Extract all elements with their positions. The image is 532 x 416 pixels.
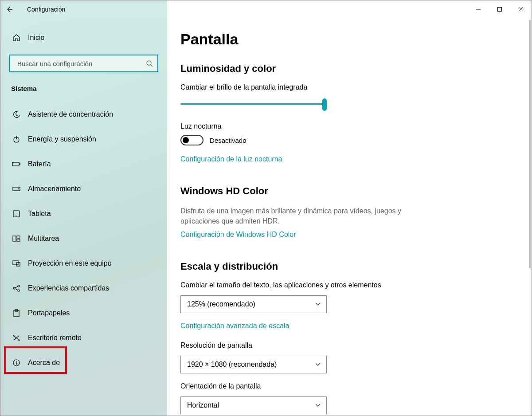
window-controls (468, 0, 532, 18)
back-button[interactable] (0, 0, 18, 18)
scale-value: 125% (recomendado) (187, 300, 255, 308)
search-icon (145, 60, 154, 67)
svg-point-14 (18, 285, 20, 287)
svg-point-21 (16, 361, 17, 362)
orientation-value: Horizontal (187, 401, 219, 409)
sidebar-item-label: Asistente de concentración (28, 110, 113, 118)
sidebar-item-label: Multitarea (28, 235, 59, 243)
sidebar-item-label: Escritorio remoto (28, 334, 82, 342)
section-brightness-color: Luminosidad y color (180, 63, 509, 75)
svg-rect-9 (17, 236, 20, 238)
night-light-state: Desactivado (210, 137, 246, 144)
page-title: Pantalla (180, 31, 509, 48)
arrow-left-icon (6, 6, 13, 13)
svg-rect-0 (498, 8, 502, 12)
night-light-label: Luz nocturna (180, 122, 509, 130)
close-button[interactable] (510, 0, 532, 18)
svg-point-19 (19, 340, 20, 341)
svg-point-1 (147, 61, 151, 65)
search-input[interactable] (16, 59, 145, 68)
home-icon (11, 34, 22, 42)
svg-rect-4 (20, 163, 20, 165)
advanced-scale-link[interactable]: Configuración avanzada de escala (180, 322, 509, 330)
scale-label: Cambiar el tamaño del texto, las aplicac… (180, 281, 509, 289)
info-icon (11, 359, 22, 367)
svg-rect-8 (13, 236, 16, 241)
chevron-down-icon (315, 302, 321, 306)
scale-select[interactable]: 125% (recomendado) (180, 295, 327, 313)
sidebar-item-remote-desktop[interactable]: Escritorio remoto (9, 326, 158, 350)
projection-icon (11, 260, 22, 267)
sidebar-item-label: Acerca de (28, 359, 60, 367)
sidebar-item-shared-experiences[interactable]: Experiencias compartidas (9, 276, 158, 301)
window-body: Inicio Sistema Asistente de concentració… (0, 18, 532, 416)
sidebar-item-battery[interactable]: Batería (9, 152, 158, 177)
sidebar-item-storage[interactable]: Almacenamiento (9, 177, 158, 201)
sidebar-item-label: Portapapeles (28, 309, 70, 317)
main-content: Pantalla Luminosidad y color Cambiar el … (167, 18, 532, 416)
moon-icon (11, 110, 22, 118)
sidebar-item-multitask[interactable]: Multitarea (9, 226, 158, 251)
sidebar: Inicio Sistema Asistente de concentració… (0, 18, 167, 416)
share-icon (11, 284, 22, 292)
sidebar-nav: Asistente de concentración Energía y sus… (9, 102, 158, 375)
night-light-toggle-row: Desactivado (180, 135, 509, 145)
svg-point-13 (13, 287, 15, 289)
settings-window: Configuración Inicio (0, 0, 532, 416)
window-title: Configuración (27, 6, 65, 13)
sidebar-item-label: Energía y suspensión (28, 135, 96, 143)
svg-point-6 (18, 188, 19, 189)
sidebar-category: Sistema (9, 85, 158, 92)
toggle-knob (183, 137, 189, 143)
remote-desktop-icon (11, 334, 22, 341)
sidebar-item-tablet[interactable]: Tableta (9, 201, 158, 226)
scrollbar[interactable] (529, 20, 531, 268)
sidebar-item-label: Experiencias compartidas (28, 284, 109, 292)
slider-thumb[interactable] (322, 98, 327, 111)
sidebar-item-label: Batería (28, 160, 51, 168)
power-icon (11, 135, 22, 143)
sidebar-item-label: Tableta (28, 210, 51, 218)
close-icon (518, 7, 524, 12)
sidebar-item-label: Almacenamiento (28, 185, 81, 193)
sidebar-item-power-sleep[interactable]: Energía y suspensión (9, 127, 158, 152)
resolution-select[interactable]: 1920 × 1080 (recomendada) (180, 356, 327, 373)
maximize-button[interactable] (489, 0, 510, 18)
slider-track (180, 103, 327, 105)
home-label: Inicio (28, 34, 44, 42)
svg-point-18 (13, 335, 15, 337)
brightness-label: Cambiar el brillo de la pantalla integra… (180, 83, 509, 91)
sidebar-item-projection[interactable]: Proyección en este equipo (9, 251, 158, 276)
svg-rect-10 (17, 239, 20, 241)
chevron-down-icon (315, 403, 321, 408)
hd-color-description: Disfruta de una imagen más brillante y d… (180, 206, 402, 226)
minimize-button[interactable] (468, 0, 489, 18)
multitask-icon (11, 235, 22, 242)
orientation-label: Orientación de la pantalla (180, 382, 509, 390)
brightness-slider[interactable] (180, 98, 327, 111)
sidebar-item-label: Proyección en este equipo (28, 259, 112, 267)
search-box[interactable] (9, 55, 158, 72)
storage-icon (11, 186, 22, 192)
sidebar-item-clipboard[interactable]: Portapapeles (9, 301, 158, 326)
tablet-icon (11, 210, 22, 217)
clipboard-icon (11, 309, 22, 317)
home-nav[interactable]: Inicio (9, 27, 158, 48)
sidebar-item-about[interactable]: Acerca de (9, 350, 158, 375)
sidebar-item-focus-assist[interactable]: Asistente de concentración (9, 102, 158, 127)
titlebar: Configuración (0, 0, 532, 18)
resolution-value: 1920 × 1080 (recomendada) (187, 361, 277, 369)
maximize-icon (497, 7, 502, 12)
battery-icon (11, 161, 22, 167)
svg-point-15 (18, 290, 20, 291)
night-light-toggle[interactable] (180, 135, 203, 145)
svg-rect-3 (12, 162, 19, 166)
chevron-down-icon (315, 362, 321, 367)
section-hd-color: Windows HD Color (180, 185, 509, 197)
section-scale-layout: Escala y distribución (180, 261, 509, 272)
hd-color-settings-link[interactable]: Configuración de Windows HD Color (180, 231, 509, 239)
orientation-select[interactable]: Horizontal (180, 396, 327, 414)
minimize-icon (476, 7, 481, 12)
night-light-settings-link[interactable]: Configuración de la luz nocturna (180, 155, 509, 163)
resolution-label: Resolución de pantalla (180, 341, 509, 349)
